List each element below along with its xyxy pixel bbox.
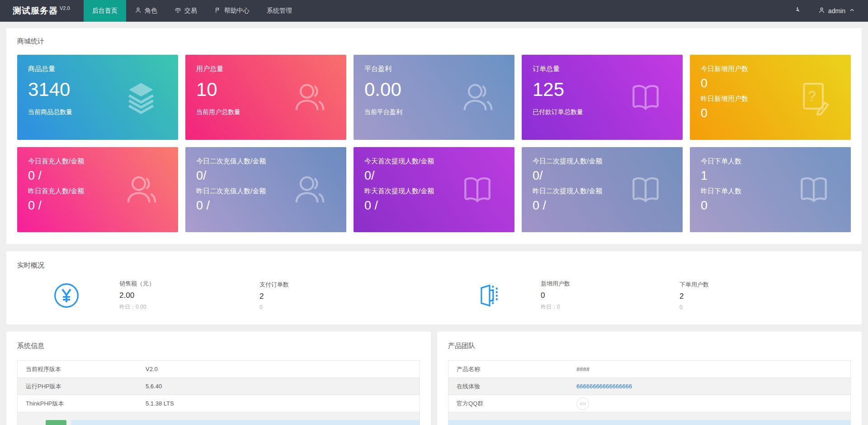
stat-cards-grid: 商品总量 3140 当前商品总数量 用户总量 10 当前用户总数量 平台盈利 0… bbox=[17, 55, 851, 232]
book-icon bbox=[796, 172, 832, 208]
product-team-table: 产品名称 #### 在线体验 66666666666666666 官方QQ群 4… bbox=[448, 360, 851, 425]
stat-card-first-recharge: 今日首充人数/金额 0 / 昨日首充人数/金额 0 / bbox=[17, 147, 178, 232]
navbar: 测试服务器 V2.0 后台首页 角色 交易 帮助中心 系统管理 bbox=[0, 0, 868, 22]
people-icon bbox=[459, 79, 495, 115]
table-row: 运行PHP版本 5.6.40 bbox=[18, 378, 420, 395]
mall-stats-title: 商城统计 bbox=[17, 37, 851, 46]
row-label: 官方QQ群 bbox=[448, 400, 576, 408]
stat-card-products-total: 商品总量 3140 当前商品总数量 bbox=[17, 55, 178, 140]
stat-value: 2 bbox=[259, 292, 476, 301]
stat-card-users-total: 用户总量 10 当前用户总数量 bbox=[185, 55, 346, 140]
nav-item-roles[interactable]: 角色 bbox=[126, 0, 166, 22]
card-label: 今天首次提现人数/金额 bbox=[364, 156, 504, 166]
nav-item-home-label: 后台首页 bbox=[92, 7, 118, 15]
card-label: 今日下单人数 bbox=[701, 156, 840, 166]
row-value: 5.1.38 LTS bbox=[146, 400, 174, 407]
product-team-panel: 产品团队 产品名称 #### 在线体验 66666666666666666 官方… bbox=[437, 332, 862, 425]
nav-item-home[interactable]: 后台首页 bbox=[84, 0, 126, 22]
scales-icon bbox=[175, 7, 181, 15]
stat-card-second-recharge: 今日二次充值人数/金额 0/ 昨日二次充值人数/金额 0 / bbox=[185, 147, 346, 232]
realtime-stats-row: 销售额（元） 2.00 昨日：0.00 支付订单数 2 0 新增用户数 0 昨日… bbox=[17, 280, 851, 311]
table-row-partial bbox=[18, 412, 420, 425]
svg-text:?: ? bbox=[808, 88, 816, 104]
people-icon bbox=[291, 79, 327, 115]
stat-paid-orders: 支付订单数 2 0 bbox=[259, 281, 476, 310]
book-icon bbox=[459, 172, 495, 208]
row-label: 在线体验 bbox=[448, 382, 576, 391]
stat-value: 2.00 bbox=[119, 291, 259, 300]
building-icon bbox=[476, 282, 503, 309]
row-label: 产品名称 bbox=[448, 365, 576, 373]
people-icon bbox=[123, 172, 159, 208]
stat-sales: 销售额（元） 2.00 昨日：0.00 bbox=[119, 280, 259, 311]
nav-item-trade-label: 交易 bbox=[184, 7, 197, 15]
person-icon bbox=[135, 7, 142, 15]
user-menu[interactable]: admin bbox=[810, 0, 868, 22]
nav-item-roles-label: 角色 bbox=[145, 7, 157, 15]
stat-sub: 昨日：0 bbox=[541, 303, 679, 311]
card-label: 商品总量 bbox=[28, 64, 167, 74]
card-label: 订单总量 bbox=[533, 64, 672, 74]
table-row: ThinkPHP版本 5.1.38 LTS bbox=[18, 395, 420, 412]
table-row-partial bbox=[448, 412, 850, 425]
update-button[interactable] bbox=[46, 420, 66, 425]
book-icon bbox=[627, 79, 664, 115]
realtime-panel: 实时概况 销售额（元） 2.00 昨日：0.00 支付订单数 2 0 新增用户数… bbox=[6, 251, 862, 325]
nav-item-trade[interactable]: 交易 bbox=[166, 0, 206, 22]
nav-item-help-label: 帮助中心 bbox=[224, 7, 250, 15]
stat-value: 0 bbox=[541, 291, 679, 300]
stat-ordering-users: 下单用户数 2 0 bbox=[679, 281, 709, 310]
stat-card-orders-total: 订单总量 125 已付款订单总数量 bbox=[522, 55, 683, 140]
row-value: V2.0 bbox=[146, 366, 158, 372]
nav-item-system-label: 系统管理 bbox=[267, 7, 292, 15]
card-label: 今日首充人数/金额 bbox=[28, 156, 167, 166]
progress-strip bbox=[448, 420, 850, 425]
card-label: 今日新增用户数 bbox=[701, 64, 840, 74]
user-icon bbox=[818, 7, 825, 15]
system-info-table: 当前程序版本 V2.0 运行PHP版本 5.6.40 ThinkPHP版本 5.… bbox=[17, 360, 420, 425]
flag-icon bbox=[214, 7, 221, 15]
table-row: 官方QQ群 404 bbox=[448, 395, 850, 412]
nav-menu: 后台首页 角色 交易 帮助中心 系统管理 bbox=[84, 0, 301, 22]
stat-sub: 昨日：0.00 bbox=[119, 303, 259, 311]
yen-circle-icon bbox=[53, 282, 80, 309]
mall-stats-panel: 商城统计 商品总量 3140 当前商品总数量 用户总量 10 当前用户总数量 平… bbox=[6, 28, 862, 244]
qq-group-badge[interactable]: 404 bbox=[576, 397, 589, 410]
row-label: 运行PHP版本 bbox=[18, 382, 146, 391]
row-value: 5.6.40 bbox=[146, 383, 162, 390]
people-icon bbox=[291, 172, 327, 208]
file-question-icon: ? bbox=[796, 79, 832, 115]
nav-item-help[interactable]: 帮助中心 bbox=[206, 0, 258, 22]
system-info-title: 系统信息 bbox=[17, 342, 420, 350]
stat-card-today-orders: 今日下单人数 1 昨日下单人数 0 bbox=[690, 147, 851, 232]
stat-label: 新增用户数 bbox=[541, 280, 679, 288]
card-label: 今日二次充值人数/金额 bbox=[196, 156, 335, 166]
online-demo-link[interactable]: 66666666666666666 bbox=[576, 383, 632, 390]
book-icon bbox=[627, 172, 664, 208]
table-row: 产品名称 #### bbox=[448, 361, 850, 378]
table-row: 在线体验 66666666666666666 bbox=[448, 378, 850, 395]
stat-label: 销售额（元） bbox=[119, 280, 259, 288]
card-label: 用户总量 bbox=[196, 64, 335, 74]
stat-label: 支付订单数 bbox=[259, 281, 476, 289]
stat-card-new-users: 今日新增用户数 0 昨日新增用户数 0 ? bbox=[690, 55, 851, 140]
realtime-title: 实时概况 bbox=[17, 261, 851, 270]
card-label: 平台盈利 bbox=[364, 64, 504, 74]
stat-sub: 0 bbox=[259, 304, 476, 310]
layers-icon bbox=[123, 79, 159, 115]
card-label: 今日二次提现人数/金额 bbox=[533, 156, 672, 166]
brand-name: 测试服务器 bbox=[13, 5, 58, 17]
nav-item-system[interactable]: 系统管理 bbox=[258, 0, 301, 22]
stat-card-first-withdraw: 今天首次提现人数/金额 0/ 昨天首次提现人数/金额 0 / bbox=[354, 147, 514, 232]
table-row: 当前程序版本 V2.0 bbox=[18, 361, 420, 378]
stat-label: 下单用户数 bbox=[679, 281, 709, 289]
stat-card-second-withdraw: 今日二次提现人数/金额 0/ 昨日二次提现人数/金额 0 / bbox=[522, 147, 683, 232]
stat-new-users: 新增用户数 0 昨日：0 bbox=[541, 280, 679, 311]
row-label: 当前程序版本 bbox=[18, 365, 146, 373]
refresh-button[interactable] bbox=[781, 0, 810, 22]
row-value: #### bbox=[576, 366, 590, 372]
chevron-up-icon bbox=[849, 7, 855, 15]
stat-sub: 0 bbox=[679, 304, 709, 310]
progress-strip bbox=[71, 420, 420, 425]
brand-version: V2.0 bbox=[60, 5, 70, 11]
